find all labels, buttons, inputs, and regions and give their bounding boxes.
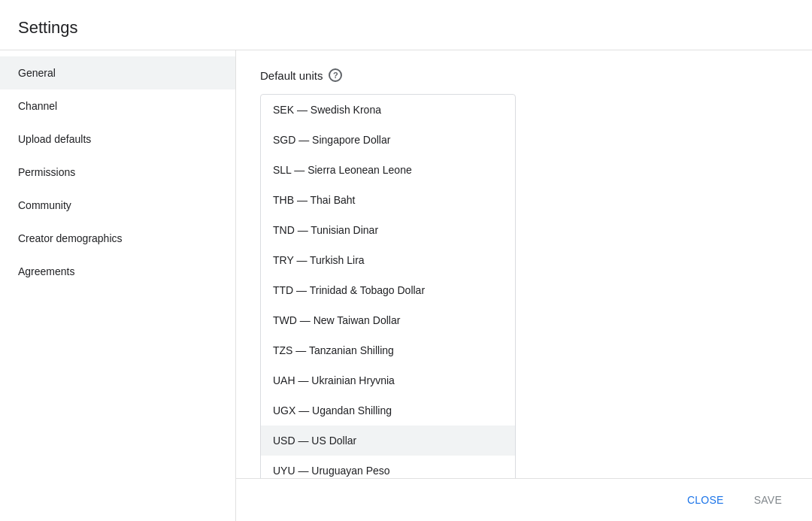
currency-option-UYU[interactable]: UYU — Uruguayan Peso <box>261 456 515 478</box>
currency-option-TTD[interactable]: TTD — Trinidad & Tobago Dollar <box>261 275 515 305</box>
main-content: Default units ? SEK — Swedish KronaSGD —… <box>236 50 812 521</box>
default-units-label: Default units <box>260 69 323 82</box>
currency-option-THB[interactable]: THB — Thai Baht <box>261 185 515 215</box>
currency-option-SGD[interactable]: SGD — Singapore Dollar <box>261 125 515 155</box>
currency-option-UAH[interactable]: UAH — Ukrainian Hryvnia <box>261 365 515 395</box>
currency-option-TND[interactable]: TND — Tunisian Dinar <box>261 215 515 245</box>
sidebar: GeneralChannelUpload defaultsPermissions… <box>0 50 236 521</box>
content-area: GeneralChannelUpload defaultsPermissions… <box>0 50 812 521</box>
default-units-header: Default units ? <box>260 68 788 82</box>
main-scroll: Default units ? SEK — Swedish KronaSGD —… <box>236 50 812 478</box>
currency-option-TZS[interactable]: TZS — Tanzanian Shilling <box>261 335 515 365</box>
currency-option-TWD[interactable]: TWD — New Taiwan Dollar <box>261 305 515 335</box>
help-icon[interactable]: ? <box>329 68 342 82</box>
currency-list: SEK — Swedish KronaSGD — Singapore Dolla… <box>261 95 515 478</box>
sidebar-item-permissions[interactable]: Permissions <box>0 156 235 189</box>
footer: CLOSE SAVE <box>236 478 812 521</box>
sidebar-item-agreements[interactable]: Agreements <box>0 255 235 288</box>
currency-option-TRY[interactable]: TRY — Turkish Lira <box>261 245 515 275</box>
sidebar-item-community[interactable]: Community <box>0 189 235 222</box>
sidebar-item-upload-defaults[interactable]: Upload defaults <box>0 123 235 156</box>
sidebar-item-creator-demographics[interactable]: Creator demographics <box>0 222 235 255</box>
currency-dropdown: SEK — Swedish KronaSGD — Singapore Dolla… <box>260 94 516 478</box>
sidebar-item-channel[interactable]: Channel <box>0 89 235 123</box>
page-wrapper: Settings GeneralChannelUpload defaultsPe… <box>0 0 812 521</box>
close-button[interactable]: CLOSE <box>675 488 736 512</box>
save-button[interactable]: SAVE <box>742 488 794 512</box>
header: Settings <box>0 0 812 50</box>
sidebar-item-general[interactable]: General <box>0 56 235 89</box>
page-title: Settings <box>18 18 794 38</box>
currency-option-UGX[interactable]: UGX — Ugandan Shilling <box>261 395 515 426</box>
currency-option-SLL[interactable]: SLL — Sierra Leonean Leone <box>261 155 515 185</box>
currency-option-USD[interactable]: USD — US Dollar <box>261 426 515 456</box>
currency-option-SEK[interactable]: SEK — Swedish Krona <box>261 95 515 125</box>
